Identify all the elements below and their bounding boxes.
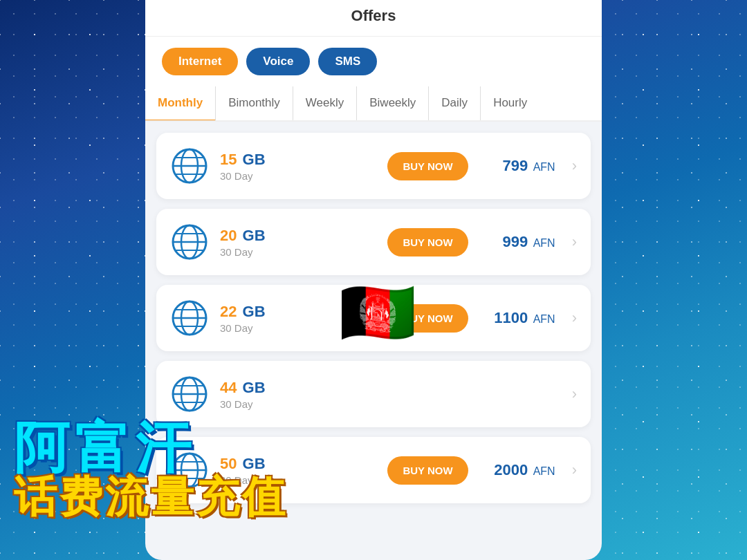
plan-card-22gb: 22 GB 30 Day BUY NOW 1100 AFN › <box>156 285 591 351</box>
plan-info-44gb: 44 GB 30 Day <box>220 379 382 410</box>
plan-card-15gb: 15 GB 30 Day BUY NOW 799 AFN › <box>156 133 591 199</box>
plan-price-15gb: 799 AFN <box>479 157 555 175</box>
plan-card-20gb: 20 GB 30 Day BUY NOW 999 AFN › <box>156 209 591 275</box>
tab-biweekly[interactable]: Biweekly <box>357 86 429 122</box>
plan-gb-50gb: 50 GB <box>220 455 376 473</box>
buy-now-button-22gb[interactable]: BUY NOW <box>387 304 468 333</box>
plan-info-15gb: 15 GB 30 Day <box>220 151 376 182</box>
arrow-icon-20gb: › <box>572 233 577 251</box>
plan-gb-20gb: 20 GB <box>220 227 376 245</box>
filter-sms-button[interactable]: SMS <box>318 48 377 75</box>
offers-header: Offers <box>145 0 602 37</box>
plan-info-50gb: 50 GB 30 Day <box>220 455 376 486</box>
tab-monthly[interactable]: Monthly <box>145 86 216 122</box>
page-title: Offers <box>351 7 396 24</box>
plan-info-20gb: 20 GB 30 Day <box>220 227 376 258</box>
tabs-container: Monthly Bimonthly Weekly Biweekly Daily … <box>145 86 602 122</box>
tab-weekly[interactable]: Weekly <box>293 86 357 122</box>
plan-days-22gb: 30 Day <box>220 322 376 334</box>
plan-days-20gb: 30 Day <box>220 246 376 258</box>
plan-gb-44gb: 44 GB <box>220 379 382 397</box>
tab-daily[interactable]: Daily <box>429 86 481 122</box>
globe-icon-22gb <box>170 299 209 337</box>
globe-icon-20gb <box>170 223 209 261</box>
plans-list: 15 GB 30 Day BUY NOW 799 AFN › <box>145 122 602 560</box>
plan-price-22gb: 1100 AFN <box>479 309 555 327</box>
arrow-icon-15gb: › <box>572 157 577 175</box>
filter-voice-button[interactable]: Voice <box>246 48 310 75</box>
plan-card-44gb: 44 GB 30 Day › <box>156 361 591 427</box>
tab-hourly[interactable]: Hourly <box>481 86 540 122</box>
plan-price-20gb: 999 AFN <box>479 233 555 251</box>
tab-bimonthly[interactable]: Bimonthly <box>216 86 293 122</box>
main-card: Offers Internet Voice SMS Monthly Bimont… <box>145 0 602 560</box>
plan-info-22gb: 22 GB 30 Day <box>220 303 376 334</box>
globe-icon-50gb <box>170 451 209 489</box>
filter-internet-button[interactable]: Internet <box>162 48 238 75</box>
globe-icon-15gb <box>170 147 209 185</box>
plan-days-44gb: 30 Day <box>220 398 382 410</box>
buy-now-button-20gb[interactable]: BUY NOW <box>387 228 468 256</box>
plan-gb-15gb: 15 GB <box>220 151 376 169</box>
buy-now-button-50gb[interactable]: BUY NOW <box>387 456 468 485</box>
arrow-icon-22gb: › <box>572 309 577 327</box>
buy-now-button-15gb[interactable]: BUY NOW <box>387 152 468 180</box>
plan-days-50gb: 30 Day <box>220 474 376 486</box>
filter-buttons-group: Internet Voice SMS <box>145 37 602 86</box>
plan-gb-22gb: 22 GB <box>220 303 376 321</box>
plan-days-15gb: 30 Day <box>220 170 376 182</box>
plan-card-50gb: 50 GB 30 Day BUY NOW 2000 AFN › <box>156 437 591 503</box>
arrow-icon-50gb: › <box>572 461 577 479</box>
plan-price-50gb: 2000 AFN <box>479 461 555 479</box>
arrow-icon-44gb: › <box>572 385 577 403</box>
globe-icon-44gb <box>170 375 209 413</box>
